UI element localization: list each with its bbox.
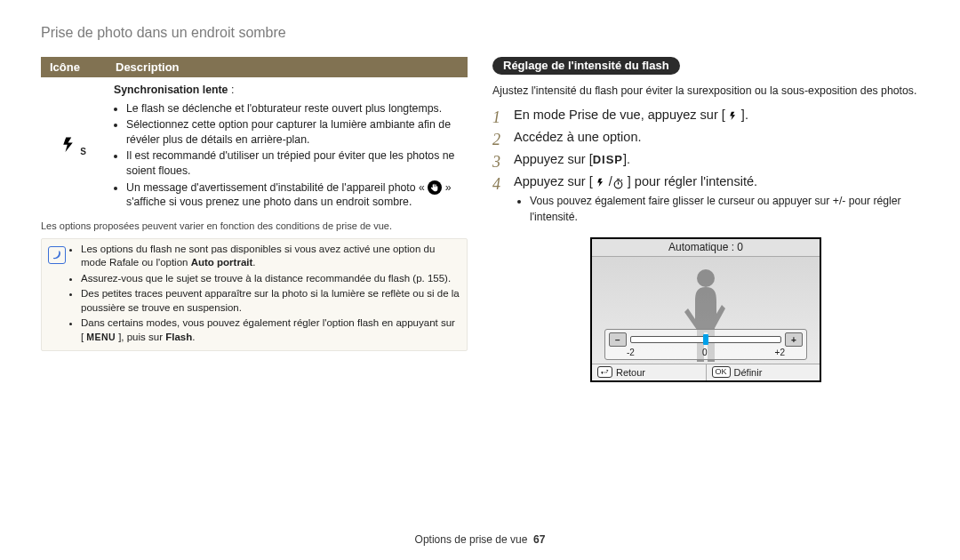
slow-sync-sub: S xyxy=(80,147,86,156)
back-key-label: Retour xyxy=(616,367,645,378)
slider-minus-button[interactable]: − xyxy=(609,332,627,347)
slider-ticks: -2 0 +2 xyxy=(609,348,803,357)
slider-track[interactable] xyxy=(630,336,781,343)
content-columns: Icône Description S Synchronisation lent… xyxy=(41,57,919,382)
row-bullets: Le flash se déclenche et l'obturateur re… xyxy=(114,101,460,210)
row-title-suffix: : xyxy=(228,84,234,96)
step-1: En mode Prise de vue, appuyez sur [ ]. xyxy=(492,106,919,124)
lcd-mode-label: Automatique : 0 xyxy=(592,239,820,257)
intensity-slider[interactable]: − + -2 0 +2 xyxy=(604,329,807,360)
row-title: Synchronisation lente xyxy=(114,84,228,96)
info-note-icon xyxy=(48,246,66,264)
step-4-sub-text: Vous pouvez également faire glisser le c… xyxy=(530,194,919,225)
note-2: Assurez-vous que le sujet se trouve à la… xyxy=(81,272,460,286)
section-pill: Réglage de l'intensité du flash xyxy=(492,57,680,75)
shake-warning-icon xyxy=(428,180,442,195)
softkey-ok[interactable]: OK Définir xyxy=(706,364,820,380)
note-3: Des petites traces peuvent apparaître su… xyxy=(81,287,460,315)
right-column: Réglage de l'intensité du flash Ajustez … xyxy=(492,57,919,382)
left-column: Icône Description S Synchronisation lent… xyxy=(41,57,468,382)
ok-key-label: Définir xyxy=(734,367,763,378)
slow-sync-description: Synchronisation lente : Le flash se décl… xyxy=(107,77,468,215)
lcd-photo-area: − + -2 0 +2 xyxy=(592,257,820,364)
note-icon-wrap xyxy=(45,243,68,347)
note-1: Les options du flash ne sont pas disponi… xyxy=(81,243,460,270)
intro-paragraph: Ajustez l'intensité du flash pour éviter… xyxy=(492,84,919,99)
slider-plus-button[interactable]: + xyxy=(785,332,803,347)
step-4-sub: Vous pouvez également faire glisser le c… xyxy=(514,194,919,225)
menu-key-icon: MENU xyxy=(84,331,118,343)
note-4: Dans certains modes, vous pouvez égaleme… xyxy=(81,316,460,344)
slider-cursor[interactable] xyxy=(703,334,708,345)
bullet-4: Un message d'avertissement d'instabilité… xyxy=(126,180,460,210)
svg-point-1 xyxy=(697,269,715,287)
th-description: Description xyxy=(107,57,468,77)
bullet-1: Le flash se déclenche et l'obturateur re… xyxy=(126,101,460,116)
tick-plus-2: +2 xyxy=(775,348,785,357)
step-4: Appuyez sur [ / ] pour régler l'intensit… xyxy=(492,172,919,225)
step-2: Accédez à une option. xyxy=(492,128,919,147)
bullet-4-pre: Un message d'avertissement d'instabilité… xyxy=(126,181,428,194)
flash-bold: Flash xyxy=(165,332,192,342)
slow-sync-icon-cell: S xyxy=(41,77,107,215)
auto-portrait-label: Auto portrait xyxy=(191,257,253,268)
svg-point-0 xyxy=(614,180,622,188)
flash-key-icon xyxy=(729,108,741,122)
slider-row: − + xyxy=(609,332,803,347)
th-icon: Icône xyxy=(41,57,107,77)
ok-key-icon: OK xyxy=(712,366,731,378)
tick-minus-2: -2 xyxy=(627,348,635,357)
footer-page-number: 67 xyxy=(533,533,545,546)
back-key-icon: ⮐ xyxy=(597,366,612,378)
flash-options-table: Icône Description S Synchronisation lent… xyxy=(41,57,468,215)
bullet-2: Sélectionnez cette option pour capturer … xyxy=(126,117,460,147)
softkey-back[interactable]: ⮐ Retour xyxy=(592,364,706,380)
bullet-3: Il est recommandé d'utiliser un trépied … xyxy=(126,148,460,178)
note-box: Les options du flash ne sont pas disponi… xyxy=(41,238,468,351)
page-title: Prise de photo dans un endroit sombre xyxy=(41,25,919,41)
tick-0: 0 xyxy=(702,348,708,357)
options-footnote: Les options proposées peuvent varier en … xyxy=(41,220,468,231)
flash-icon xyxy=(61,138,82,156)
page-footer: Options de prise de vue 67 xyxy=(0,533,960,546)
disp-key-icon: DISP xyxy=(593,153,623,166)
step-3: Appuyez sur [DISP]. xyxy=(492,150,919,169)
lcd-softkeys: ⮐ Retour OK Définir xyxy=(592,364,820,380)
steps-list: En mode Prise de vue, appuyez sur [ ]. A… xyxy=(492,106,919,225)
note-list: Les options du flash ne sont pas disponi… xyxy=(68,243,460,347)
flash-key-icon-2 xyxy=(596,174,609,188)
table-row: S Synchronisation lente : Le flash se dé… xyxy=(41,77,468,215)
footer-section: Options de prise de vue xyxy=(415,533,528,546)
timer-key-icon xyxy=(612,173,624,192)
lcd-preview: Automatique : 0 − + xyxy=(590,237,821,382)
